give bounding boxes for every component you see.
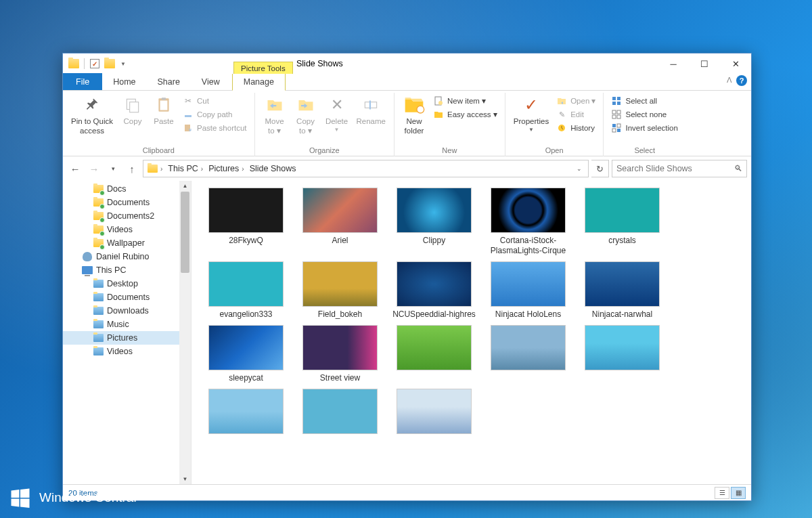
scrollbar-thumb[interactable]	[181, 192, 189, 273]
cut-icon: ✂	[183, 95, 194, 106]
file-item[interactable]: Field_bokeh	[295, 261, 385, 320]
file-explorer-window: ✓ ▼ Picture Tools Slide Shows ─ ☐ ✕ File…	[62, 53, 752, 501]
sidebar-item-documents[interactable]: Documents	[63, 290, 191, 304]
back-button[interactable]: ←	[67, 160, 83, 177]
rename-button[interactable]: Rename	[353, 93, 390, 127]
history-button[interactable]: History	[553, 121, 599, 135]
copy-path-button[interactable]: ▬Copy path	[179, 108, 250, 121]
scroll-down-icon[interactable]: ▼	[181, 475, 189, 483]
breadcrumb-root-icon[interactable]: ›	[145, 163, 164, 174]
paste-button[interactable]: Paste	[148, 93, 179, 127]
select-all-icon	[611, 95, 622, 106]
file-item[interactable]: 28FkywQ	[201, 188, 291, 256]
sidebar-item-this-pc[interactable]: This PC	[63, 263, 191, 277]
recent-dropdown-icon[interactable]: ▾	[105, 160, 121, 177]
svg-point-10	[438, 101, 443, 105]
new-folder-icon	[403, 94, 425, 116]
select-all-button[interactable]: Select all	[608, 94, 681, 108]
maximize-button[interactable]: ☐	[689, 53, 720, 74]
sidebar-item-docs[interactable]: Docs	[63, 182, 191, 196]
breadcrumb-item[interactable]: Slide Shows	[248, 163, 298, 175]
copy-button[interactable]: Copy	[117, 93, 148, 127]
close-button[interactable]: ✕	[720, 53, 751, 74]
sidebar-item-videos[interactable]: Videos	[63, 223, 191, 236]
sidebar-item-music[interactable]: Music	[63, 318, 191, 331]
file-name: Ariel	[332, 236, 348, 246]
home-tab[interactable]: Home	[102, 73, 146, 90]
thumbnail	[302, 325, 378, 370]
sidebar-item-wallpaper[interactable]: Wallpaper	[63, 236, 191, 250]
new-folder-button[interactable]: New folder	[399, 93, 430, 136]
address-dropdown-icon[interactable]: ⌄	[572, 165, 586, 172]
copy-to-button[interactable]: Copy to ▾	[290, 93, 321, 136]
invert-selection-button[interactable]: Invert selection	[608, 121, 681, 135]
sidebar-item-desktop[interactable]: Desktop	[63, 277, 191, 290]
file-item[interactable]: NCUSpeeddial-highres	[389, 261, 479, 320]
minimize-button[interactable]: ─	[658, 53, 689, 74]
up-button[interactable]: ↑	[124, 160, 140, 177]
paste-shortcut-icon	[183, 123, 194, 133]
svg-rect-17	[617, 110, 621, 114]
sidebar-item-pictures[interactable]: Pictures	[63, 331, 191, 345]
help-icon[interactable]: ?	[736, 75, 747, 86]
pin-to-quick-access-button[interactable]: Pin to Quick access	[67, 93, 117, 136]
search-input[interactable]: Search Slide Shows🔍︎	[612, 160, 747, 177]
file-item[interactable]	[389, 325, 479, 383]
manage-tab[interactable]: Manage	[232, 74, 286, 91]
sidebar-item-documents[interactable]: Documents	[63, 196, 191, 209]
details-view-button[interactable]: ☰	[715, 487, 729, 499]
file-item[interactable]: Ninjacat-narwhal	[577, 261, 667, 320]
select-none-button[interactable]: Select none	[608, 108, 681, 121]
invert-selection-icon	[611, 123, 622, 133]
file-item[interactable]	[483, 325, 573, 383]
file-item[interactable]: crystals	[577, 188, 667, 256]
properties-button[interactable]: ✓Properties▼	[510, 93, 553, 133]
forward-button[interactable]: →	[86, 160, 102, 177]
share-tab[interactable]: Share	[147, 73, 191, 90]
folder-blue-icon	[93, 278, 104, 289]
sidebar-item-documents2[interactable]: Documents2	[63, 209, 191, 223]
file-item[interactable]	[389, 389, 479, 437]
file-item[interactable]	[295, 389, 385, 437]
properties-qat-icon[interactable]: ✓	[88, 57, 102, 70]
file-item[interactable]	[577, 325, 667, 383]
refresh-button[interactable]: ↻	[591, 160, 609, 177]
paste-shortcut-button[interactable]: Paste shortcut	[179, 121, 250, 135]
organize-group: Move to ▾ Copy to ▾ ✕Delete▼ Rename Orga…	[255, 93, 394, 156]
thumbnail	[208, 389, 284, 434]
breadcrumb-item[interactable]: Pictures›	[206, 163, 246, 175]
paste-icon	[153, 94, 175, 116]
cut-button[interactable]: ✂Cut	[179, 94, 250, 108]
easy-access-button[interactable]: Easy access ▾	[430, 108, 501, 121]
qat-dropdown-icon[interactable]: ▼	[118, 61, 129, 67]
file-tab[interactable]: File	[63, 73, 102, 90]
file-item[interactable]	[201, 389, 291, 437]
edit-button[interactable]: ✎Edit	[553, 108, 599, 121]
open-button[interactable]: Open ▾	[553, 94, 599, 108]
view-tab[interactable]: View	[191, 73, 231, 90]
file-item[interactable]: sleepycat	[201, 325, 291, 383]
file-item[interactable]: Cortana-iStock-PlasmaLights-Cirque	[483, 188, 573, 256]
folder-icon	[93, 184, 104, 194]
file-item[interactable]: Street view	[295, 325, 385, 383]
navigation-pane[interactable]: DocsDocumentsDocuments2VideosWallpaperDa…	[63, 181, 191, 484]
file-list[interactable]: 28FkywQArielClippyCortana-iStock-PlasmaL…	[191, 181, 751, 484]
file-item[interactable]: Ariel	[295, 188, 385, 256]
sidebar-item-videos[interactable]: Videos	[63, 345, 191, 358]
new-item-button[interactable]: New item ▾	[430, 94, 501, 108]
file-item[interactable]: Clippy	[389, 188, 479, 256]
sidebar-item-daniel-rubino[interactable]: Daniel Rubino	[63, 250, 191, 263]
thumbnails-view-button[interactable]: ▦	[731, 487, 746, 499]
file-item[interactable]: evangelion333	[201, 261, 291, 320]
select-none-icon	[611, 109, 622, 120]
scrollbar[interactable]: ▲ ▼	[179, 181, 191, 484]
file-item[interactable]: Ninjacat HoloLens	[483, 261, 573, 320]
collapse-ribbon-icon[interactable]: ᐱ	[727, 76, 732, 85]
breadcrumb-item[interactable]: This PC›	[166, 163, 205, 175]
scroll-up-icon[interactable]: ▲	[181, 182, 189, 190]
address-bar[interactable]: › This PC› Pictures› Slide Shows ⌄	[143, 160, 589, 177]
sidebar-item-downloads[interactable]: Downloads	[63, 304, 191, 318]
move-to-button[interactable]: Move to ▾	[259, 93, 290, 136]
new-folder-qat-icon[interactable]	[103, 57, 116, 70]
delete-button[interactable]: ✕Delete▼	[321, 93, 353, 133]
